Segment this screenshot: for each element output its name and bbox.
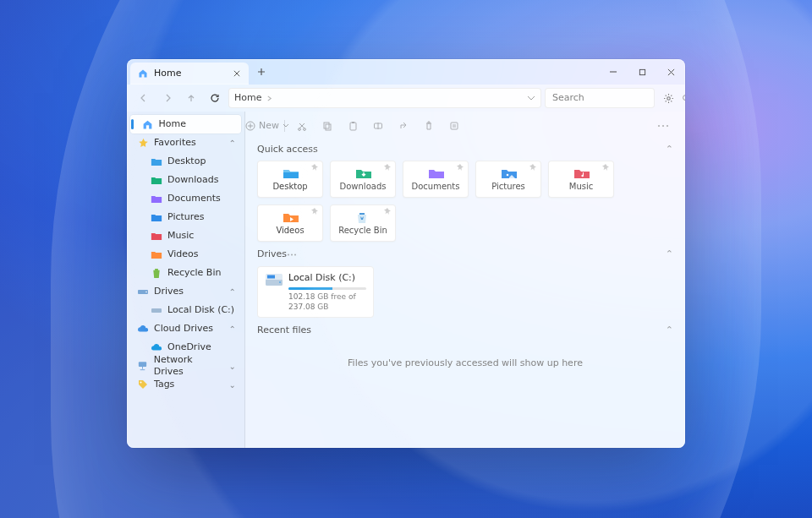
sidebar-item-desktop[interactable]: Desktop [130, 152, 241, 171]
section-recent-files[interactable]: Recent files ⌃ [257, 324, 673, 336]
cloud-icon [137, 323, 149, 335]
folder-icon [501, 167, 516, 179]
chevron-up-icon: ⌃ [666, 144, 673, 155]
sidebar-item-label: Network Drives [154, 354, 224, 379]
search-box[interactable] [545, 88, 655, 108]
cut-button[interactable] [292, 116, 312, 136]
svg-rect-25 [266, 274, 283, 280]
section-more-icon[interactable] [287, 254, 297, 256]
tile-label: Pictures [491, 181, 525, 192]
sidebar-home[interactable]: Home [130, 115, 241, 134]
sidebar-item-recycle-bin[interactable]: Recycle Bin [130, 264, 241, 282]
pin-icon[interactable] [602, 164, 609, 171]
svg-point-23 [294, 254, 296, 255]
svg-point-2 [667, 96, 669, 99]
address-history-button[interactable] [527, 95, 535, 101]
sidebar-network-drives[interactable]: Network Drives ⌄ [130, 357, 241, 375]
delete-button[interactable] [419, 116, 439, 136]
new-button-label: New [259, 120, 279, 132]
chevron-up-icon: ⌃ [666, 324, 673, 336]
pin-icon[interactable] [311, 164, 318, 171]
sidebar-drives[interactable]: Drives ⌃ [130, 282, 241, 301]
pin-icon[interactable] [529, 164, 536, 171]
tag-icon [137, 379, 149, 390]
drive-free-text: 102.18 GB free of 237.08 GB [288, 292, 366, 312]
svg-point-21 [288, 254, 289, 255]
sidebar-item-music[interactable]: Music [130, 226, 241, 245]
address-bar[interactable]: Home [228, 88, 541, 108]
pin-icon[interactable] [311, 208, 318, 215]
tab-label: Home [154, 68, 225, 79]
titlebar: Home [127, 59, 685, 85]
tile-videos[interactable]: Videos [257, 204, 323, 242]
drive-icon [137, 286, 149, 297]
forward-button[interactable] [157, 88, 178, 108]
search-icon [682, 94, 685, 103]
properties-button[interactable] [444, 116, 464, 136]
tile-pictures[interactable]: Pictures [475, 161, 541, 198]
folder-icon [151, 211, 162, 223]
section-label: Recent files [257, 324, 311, 336]
section-drives[interactable]: Drives ⌃ [257, 248, 673, 260]
sidebar-item-onedrive[interactable]: OneDrive [130, 338, 241, 357]
copy-button[interactable] [317, 116, 337, 136]
drive-local-disk[interactable]: Local Disk (C:) 102.18 GB free of 237.08… [257, 266, 374, 319]
share-button[interactable] [393, 116, 414, 136]
tile-recycle-bin[interactable]: Recycle Bin [330, 204, 396, 242]
svg-point-4 [145, 292, 147, 293]
chevron-down-icon: ⌄ [229, 361, 236, 372]
svg-point-19 [667, 125, 668, 127]
pin-icon[interactable] [457, 164, 464, 171]
svg-rect-3 [138, 290, 148, 294]
more-button[interactable] [653, 116, 673, 136]
svg-rect-5 [151, 308, 162, 313]
svg-rect-14 [352, 122, 354, 123]
new-button[interactable]: New [257, 116, 277, 136]
tab-home[interactable]: Home [130, 63, 249, 85]
pin-icon[interactable] [384, 208, 391, 215]
svg-rect-15 [375, 123, 382, 128]
tile-desktop[interactable]: Desktop [257, 161, 323, 198]
sidebar-item-downloads[interactable]: Downloads [130, 171, 241, 189]
home-icon [142, 118, 154, 130]
up-button[interactable] [181, 88, 201, 108]
breadcrumb-home[interactable]: Home [234, 92, 261, 104]
back-button[interactable] [134, 88, 154, 108]
sidebar-item-pictures[interactable]: Pictures [130, 208, 241, 226]
sidebar-tags[interactable]: Tags ⌄ [130, 375, 241, 394]
close-tab-icon[interactable] [230, 67, 244, 80]
minimize-button[interactable] [599, 59, 628, 85]
sidebar-item-videos[interactable]: Videos [130, 245, 241, 264]
content-area: New Quick access ⌃ [245, 112, 685, 448]
new-tab-button[interactable] [249, 59, 274, 85]
recycle-bin-icon [355, 211, 370, 223]
drive-usage-bar [288, 287, 366, 290]
sidebar-cloud-drives[interactable]: Cloud Drives ⌃ [130, 319, 241, 338]
settings-button[interactable] [658, 88, 678, 108]
svg-rect-16 [451, 123, 458, 129]
section-quick-access[interactable]: Quick access ⌃ [257, 144, 673, 155]
sidebar-item-local-disk[interactable]: Local Disk (C:) [130, 301, 241, 319]
tile-label: Documents [411, 181, 459, 192]
svg-rect-6 [139, 362, 146, 367]
svg-rect-0 [639, 69, 645, 74]
maximize-button[interactable] [628, 59, 656, 85]
search-input[interactable] [551, 91, 677, 105]
pin-icon[interactable] [384, 164, 391, 171]
close-window-button[interactable] [656, 59, 685, 85]
folder-icon [151, 193, 162, 204]
sidebar-favorites[interactable]: Favorites ⌃ [130, 134, 241, 152]
sidebar-item-documents[interactable]: Documents [130, 189, 241, 208]
refresh-button[interactable] [205, 88, 225, 108]
sidebar-item-label: Videos [167, 248, 199, 260]
svg-rect-11 [324, 123, 329, 128]
folder-icon [428, 167, 443, 179]
svg-point-9 [299, 128, 301, 131]
svg-rect-13 [350, 123, 356, 130]
paste-button[interactable] [343, 116, 363, 136]
tile-downloads[interactable]: Downloads [330, 161, 396, 198]
drive-label: Local Disk (C:) [288, 272, 366, 284]
tile-music[interactable]: Music [548, 161, 614, 198]
tile-documents[interactable]: Documents [403, 161, 469, 198]
rename-button[interactable] [368, 116, 388, 136]
